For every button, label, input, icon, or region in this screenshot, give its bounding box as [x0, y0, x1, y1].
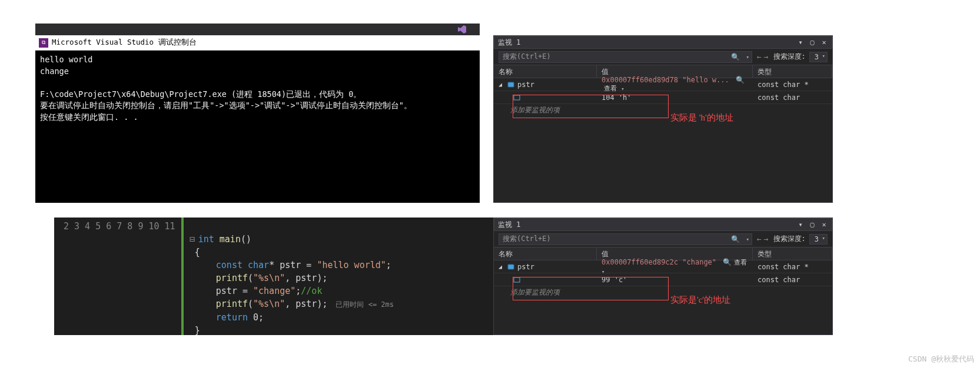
debug-console-window: ⧉ Microsoft Visual Studio 调试控制台 hello wo… [35, 35, 480, 203]
line-gutter: 2 3 4 5 6 7 8 9 10 11 [54, 218, 184, 335]
code-area[interactable]: ⊟int main() { const char* pstr = "hello … [184, 218, 400, 335]
var-name: pstr [517, 81, 534, 89]
code-editor[interactable]: 2 3 4 5 6 7 8 9 10 11 ⊟int main() { cons… [54, 218, 493, 335]
depth-label: 搜索深度: [773, 52, 806, 62]
close-icon[interactable]: ✕ [820, 220, 828, 229]
prev-icon[interactable]: ← [757, 235, 762, 243]
col-type[interactable]: 类型 [753, 65, 832, 78]
var-value: 0x00007ff60ed89c2c "change" [602, 258, 716, 266]
watermark: CSDN @秋秋爱代码 [908, 354, 974, 364]
value-icon [513, 276, 521, 284]
depth-select[interactable]: 3 [809, 52, 828, 62]
view-button[interactable]: 查看 [604, 85, 617, 92]
col-name[interactable]: 名称 [494, 65, 597, 78]
magnifier-icon[interactable]: 🔍 [723, 258, 732, 266]
search-icon[interactable]: 🔍 [731, 53, 740, 61]
svg-rect-2 [514, 95, 520, 100]
watch-row[interactable]: ◢ pstr 0x00007ff60ed89d78 "hello w... 🔍查… [494, 78, 832, 91]
magnifier-icon[interactable]: 🔍 [736, 76, 745, 84]
watch-panel-2: 监视 1 ▾ ▢ ✕ 搜索(Ctrl+E) 🔍 ▾ ← → 搜索深度: 3 名称… [493, 218, 833, 335]
watch-panel-1: 监视 1 ▾ ▢ ✕ 搜索(Ctrl+E) 🔍 ▾ ← → 搜索深度: 3 名称… [493, 35, 833, 203]
watch-title: 监视 1 [498, 220, 520, 230]
var-type: const char [753, 276, 832, 284]
object-icon [507, 81, 515, 89]
vs-icon: ⧉ [39, 38, 48, 48]
watch-titlebar: 监视 1 ▾ ▢ ✕ [494, 36, 832, 49]
search-icon[interactable]: 🔍 [731, 235, 740, 243]
col-type[interactable]: 类型 [753, 247, 832, 260]
svg-rect-1 [508, 82, 514, 87]
var-value: 104 'h' [597, 93, 753, 102]
next-icon[interactable]: → [764, 235, 769, 243]
prev-icon[interactable]: ← [757, 52, 762, 61]
value-icon [513, 93, 521, 102]
depth-label: 搜索深度: [773, 234, 806, 244]
console-titlebar: ⧉ Microsoft Visual Studio 调试控制台 [35, 35, 480, 51]
var-type: const char [753, 93, 832, 102]
expand-icon[interactable]: ◢ [499, 263, 504, 270]
chevron-down-icon[interactable]: ▾ [602, 269, 604, 275]
watch-title: 监视 1 [498, 38, 520, 48]
maximize-icon[interactable]: ▢ [808, 38, 816, 46]
var-type: const char * [753, 263, 832, 271]
var-name: pstr [517, 263, 534, 271]
view-button[interactable]: 查看 [734, 259, 747, 266]
search-dropdown-icon[interactable]: ▾ [746, 54, 749, 60]
watch-row[interactable]: ◢ pstr 0x00007ff60ed89c2c "change" 🔍查看 ▾… [494, 260, 832, 273]
svg-rect-3 [508, 265, 514, 269]
var-type: const char * [753, 81, 832, 89]
dropdown-icon[interactable]: ▾ [796, 38, 805, 46]
vs-icon-topright [457, 25, 467, 36]
search-dropdown-icon[interactable]: ▾ [746, 236, 749, 242]
console-frame-top [35, 24, 480, 35]
console-output: hello world change F:\code\Project7\x64\… [35, 51, 480, 126]
var-value: 0x00007ff60ed89d78 "hello w... [602, 76, 729, 84]
watch-searchbar: 搜索(Ctrl+E) 🔍 ▾ ← → 搜索深度: 3 [494, 231, 832, 247]
close-icon[interactable]: ✕ [820, 38, 828, 46]
fold-icon[interactable]: ⊟ [190, 234, 195, 245]
search-input[interactable]: 搜索(Ctrl+E) 🔍 ▾ [499, 233, 752, 245]
chevron-down-icon[interactable]: ▾ [621, 86, 624, 92]
watch-row[interactable]: 104 'h' const char [494, 91, 832, 104]
maximize-icon[interactable]: ▢ [808, 220, 816, 229]
col-name[interactable]: 名称 [494, 247, 597, 260]
var-value: 99 'c' [597, 276, 753, 284]
next-icon[interactable]: → [764, 52, 769, 61]
search-input[interactable]: 搜索(Ctrl+E) 🔍 ▾ [499, 51, 752, 63]
timing-hint: 已用时间 <= 2ms [335, 300, 394, 309]
add-watch-item[interactable]: 添加要监视的项 [494, 104, 832, 116]
svg-rect-4 [514, 277, 520, 282]
dropdown-icon[interactable]: ▾ [796, 220, 805, 229]
object-icon [507, 263, 515, 271]
svg-marker-0 [458, 25, 466, 34]
console-title-text: Microsoft Visual Studio 调试控制台 [52, 38, 197, 48]
watch-searchbar: 搜索(Ctrl+E) 🔍 ▾ ← → 搜索深度: 3 [494, 49, 832, 65]
add-watch-item[interactable]: 添加要监视的项 [494, 286, 832, 299]
expand-icon[interactable]: ◢ [499, 81, 504, 88]
watch-row[interactable]: 99 'c' const char [494, 273, 832, 286]
depth-select[interactable]: 3 [809, 234, 828, 245]
watch-titlebar: 监视 1 ▾ ▢ ✕ [494, 218, 832, 231]
